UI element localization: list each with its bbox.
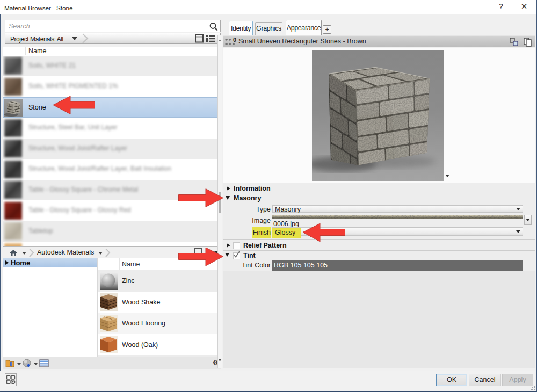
svg-text:0: 0 (233, 38, 236, 43)
